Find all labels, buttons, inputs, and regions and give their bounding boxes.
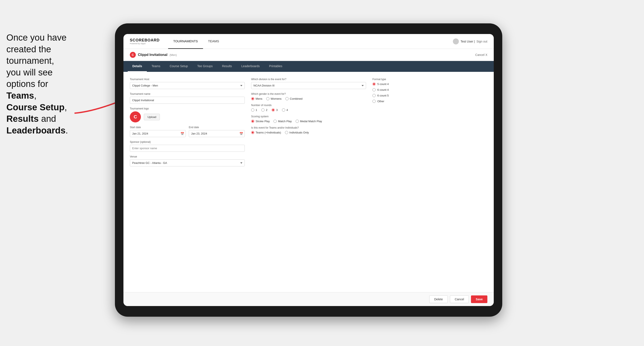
- venue-select[interactable]: Peachtree GC - Atlanta - GA: [130, 160, 245, 167]
- upload-button[interactable]: Upload: [144, 114, 160, 120]
- tab-teams[interactable]: Teams: [147, 61, 165, 72]
- rounds-label: Number of rounds: [251, 104, 366, 107]
- tab-course-setup[interactable]: Course Setup: [165, 61, 192, 72]
- rounds-options: 1 2 3 4: [251, 108, 366, 112]
- cancel-top-button[interactable]: Cancel X: [475, 53, 487, 56]
- tabs-bar: Details Teams Course Setup Tee Groups Re…: [124, 61, 494, 72]
- sponsor-label: Sponsor (optional): [130, 141, 245, 144]
- nav-user: Test User | Sign out: [453, 38, 487, 44]
- logo-area: SCOREBOARD Powered by clippd: [130, 38, 160, 45]
- individuals-only[interactable]: Individuals Only: [285, 131, 309, 134]
- scoring-medal[interactable]: Medal Match Play: [296, 120, 322, 123]
- teams-options: Teams (+Individuals) Individuals Only: [251, 131, 366, 134]
- gender-womens[interactable]: Womens: [266, 97, 282, 100]
- tournament-icon: C: [130, 52, 136, 58]
- tab-printables[interactable]: Printables: [264, 61, 287, 72]
- nav-tournaments[interactable]: TOURNAMENTS: [168, 34, 203, 49]
- tab-tee-groups[interactable]: Tee Groups: [192, 61, 217, 72]
- logo-preview: C: [130, 111, 141, 122]
- tablet-device: SCOREBOARD Powered by clippd TOURNAMENTS…: [115, 23, 502, 317]
- teams-plus-individuals[interactable]: Teams (+Individuals): [251, 131, 281, 134]
- end-date-wrap: 📅: [189, 130, 245, 137]
- end-date-section: End date 📅: [189, 126, 245, 137]
- tournament-logo-label: Tournament logo: [130, 107, 245, 110]
- date-row: Start date 📅 End date 📅: [130, 126, 245, 137]
- middle-column: Which division is the event for? NCAA Di…: [251, 78, 366, 170]
- left-column: Tournament Host Clippd College - Men Tou…: [130, 78, 245, 170]
- tournament-tag: (Men): [170, 53, 177, 56]
- gender-options: Mens Womens Combined: [251, 97, 366, 100]
- sponsor-input[interactable]: [130, 145, 245, 152]
- tournament-title: C Clippd Invitational (Men): [130, 52, 177, 58]
- rounds-4[interactable]: 4: [282, 108, 288, 112]
- tab-leaderboards[interactable]: Leaderboards: [237, 61, 264, 72]
- bold-teams: Teams: [6, 91, 34, 101]
- main-content: Tournament Host Clippd College - Men Tou…: [124, 72, 494, 292]
- tournament-host-label: Tournament Host: [130, 78, 245, 81]
- scoring-group: Scoring system Stroke Play Match Play: [251, 115, 366, 123]
- delete-button[interactable]: Delete: [429, 295, 448, 303]
- format-options: 5 count 4 6 count 4 6 count 5 Other: [372, 82, 487, 103]
- right-column: Format type 5 count 4 6 count 4 6 cou: [372, 78, 487, 170]
- venue-label: Venue: [130, 155, 245, 158]
- tournament-name-label: Tournament name: [130, 92, 245, 95]
- bottom-bar: Delete Cancel Save: [124, 292, 494, 306]
- user-label: Test User |: [460, 40, 475, 43]
- format-5count4[interactable]: 5 count 4: [372, 82, 487, 86]
- scoring-options: Stroke Play Match Play Medal Match Play: [251, 120, 366, 123]
- tournament-host-select[interactable]: Clippd College - Men: [130, 82, 245, 89]
- format-6count5[interactable]: 6 count 5: [372, 94, 487, 97]
- logo-upload-area: C Upload: [130, 111, 245, 122]
- nav-teams[interactable]: TEAMS: [203, 34, 224, 49]
- end-date-input[interactable]: [189, 130, 245, 137]
- cancel-button[interactable]: Cancel: [450, 295, 469, 303]
- start-date-label: Start date: [130, 126, 186, 129]
- tournament-name: Clippd Invitational: [138, 53, 168, 57]
- scoring-label: Scoring system: [251, 115, 366, 118]
- scoring-stroke[interactable]: Stroke Play: [251, 120, 270, 123]
- rounds-2[interactable]: 2: [261, 108, 267, 112]
- rounds-3[interactable]: 3: [272, 108, 278, 112]
- instruction-text: Once you have created the tournament, yo…: [6, 32, 68, 135]
- user-avatar: [453, 38, 459, 44]
- gender-mens[interactable]: Mens: [251, 97, 262, 100]
- sign-out-link[interactable]: Sign out: [476, 40, 487, 43]
- logo-text: SCOREBOARD: [130, 38, 160, 42]
- division-label: Which division is the event for?: [251, 78, 366, 81]
- format-label: Format type: [372, 78, 487, 81]
- teams-label: Is this event for Teams and/or Individua…: [251, 126, 366, 129]
- gender-label: Which gender is the event for?: [251, 92, 366, 95]
- start-date-input[interactable]: [130, 130, 186, 137]
- tab-results[interactable]: Results: [217, 61, 237, 72]
- bold-results: Results: [6, 114, 39, 124]
- form-grid: Tournament Host Clippd College - Men Tou…: [130, 78, 487, 170]
- tablet-screen: SCOREBOARD Powered by clippd TOURNAMENTS…: [124, 34, 494, 306]
- logo-sub: Powered by clippd: [130, 42, 160, 45]
- bold-course-setup: Course Setup: [6, 102, 64, 112]
- instruction-panel: Once you have created the tournament, yo…: [0, 28, 100, 141]
- teams-group: Is this event for Teams and/or Individua…: [251, 126, 366, 134]
- start-date-section: Start date 📅: [130, 126, 186, 137]
- nav-links: TOURNAMENTS TEAMS: [168, 34, 453, 49]
- end-date-label: End date: [189, 126, 245, 129]
- format-6count4[interactable]: 6 count 4: [372, 88, 487, 91]
- bold-leaderboards: Leaderboards: [6, 125, 66, 135]
- tournament-name-input[interactable]: [130, 97, 245, 104]
- tab-details[interactable]: Details: [128, 61, 147, 72]
- division-select[interactable]: NCAA Division III: [251, 82, 366, 89]
- save-button[interactable]: Save: [471, 295, 487, 303]
- tournament-header: C Clippd Invitational (Men) Cancel X: [124, 49, 494, 61]
- rounds-group: Number of rounds 1 2: [251, 104, 366, 112]
- gender-group: Which gender is the event for? Mens Wome…: [251, 92, 366, 100]
- end-date-icon: 📅: [240, 132, 243, 135]
- scoring-match[interactable]: Match Play: [274, 120, 292, 123]
- format-other[interactable]: Other: [372, 100, 487, 103]
- start-date-icon: 📅: [180, 132, 184, 135]
- top-navigation: SCOREBOARD Powered by clippd TOURNAMENTS…: [124, 34, 494, 49]
- rounds-1[interactable]: 1: [251, 108, 257, 112]
- start-date-wrap: 📅: [130, 130, 186, 137]
- gender-combined[interactable]: Combined: [286, 97, 302, 100]
